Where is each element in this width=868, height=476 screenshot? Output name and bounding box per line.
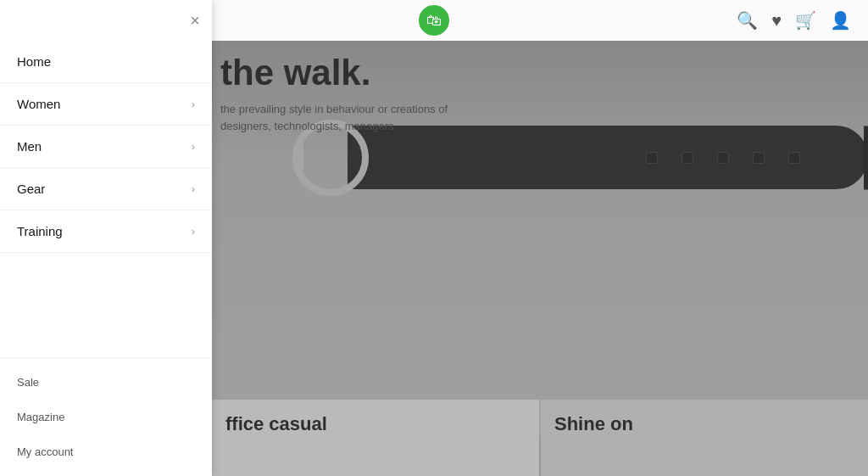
sidebar-item-home[interactable]: Home (0, 41, 212, 83)
sidebar-nav: Home Women › Men › Gear › Training › (0, 41, 212, 357)
sidebar-item-home-label: Home (17, 54, 51, 69)
sidebar-item-sale-label: Sale (17, 376, 39, 389)
sidebar-item-women[interactable]: Women › (0, 83, 212, 126)
sidebar-item-training[interactable]: Training › (0, 210, 212, 253)
overlay (212, 0, 868, 476)
sidebar-item-sale[interactable]: Sale (0, 365, 212, 400)
sidebar: × Home Women › Men › Gear › Training › S… (0, 0, 212, 476)
logo[interactable]: 🛍 (419, 5, 449, 36)
sidebar-item-my-account-label: My account (17, 445, 73, 458)
sidebar-secondary: Sale Magazine My account (0, 357, 212, 476)
sidebar-item-women-label: Women (17, 97, 60, 111)
chevron-right-icon: › (192, 225, 195, 238)
chevron-right-icon: › (192, 182, 195, 195)
sidebar-item-men[interactable]: Men › (0, 126, 212, 168)
sidebar-item-magazine[interactable]: Magazine (0, 400, 212, 434)
sidebar-item-men-label: Men (17, 139, 42, 154)
sidebar-item-gear-label: Gear (17, 182, 45, 196)
heart-icon[interactable]: ♥ (771, 11, 782, 31)
chevron-right-icon: › (192, 140, 195, 153)
sidebar-item-gear[interactable]: Gear › (0, 168, 212, 210)
header-icons: 🔍 ♥ 🛒 👤 (737, 10, 851, 31)
cart-icon[interactable]: 🛒 (795, 10, 816, 31)
account-icon[interactable]: 👤 (830, 10, 851, 31)
sidebar-item-my-account[interactable]: My account (0, 434, 212, 469)
sidebar-item-magazine-label: Magazine (17, 411, 64, 423)
chevron-right-icon: › (192, 98, 195, 110)
search-icon[interactable]: 🔍 (737, 10, 758, 31)
close-button[interactable]: × (190, 12, 200, 29)
sidebar-item-training-label: Training (17, 224, 63, 238)
